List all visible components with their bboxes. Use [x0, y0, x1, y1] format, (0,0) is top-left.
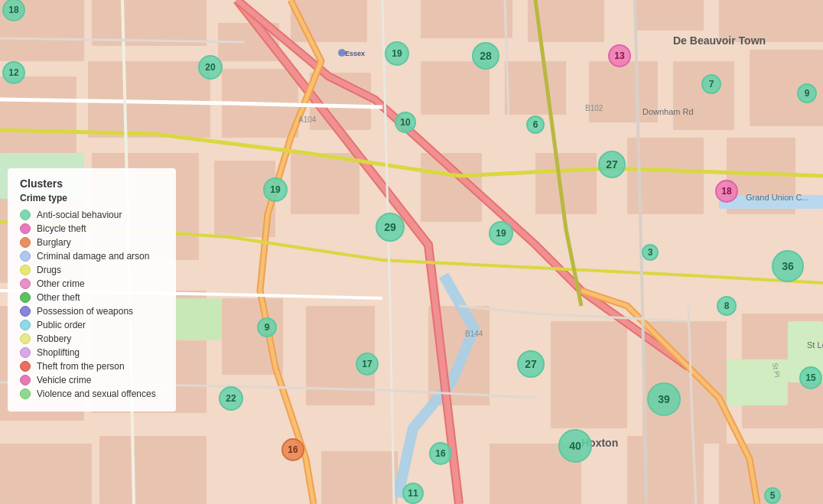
legend-item-label: Vehicle crime — [37, 375, 91, 385]
cluster-marker-22[interactable]: 39 — [647, 382, 681, 416]
svg-rect-14 — [505, 61, 566, 115]
legend-dot — [20, 223, 31, 234]
legend-item: Criminal damage and arson — [20, 251, 164, 262]
legend-items: Anti-social behaviourBicycle theftBurgla… — [20, 210, 164, 399]
svg-rect-23 — [535, 153, 597, 214]
legend-dot — [20, 333, 31, 344]
svg-rect-34 — [0, 444, 92, 504]
legend-item-label: Other theft — [37, 292, 80, 303]
cluster-marker-24[interactable]: 16 — [281, 438, 304, 461]
svg-rect-13 — [421, 61, 490, 115]
cluster-marker-11[interactable]: 18 — [715, 180, 738, 203]
legend-subtitle: Crime type — [20, 193, 164, 203]
svg-rect-7 — [635, 0, 704, 31]
legend-dot — [20, 375, 31, 385]
legend-item: Drugs — [20, 265, 164, 275]
svg-rect-16 — [673, 61, 734, 130]
legend-dot — [20, 320, 31, 330]
cluster-marker-17[interactable]: 8 — [717, 296, 737, 316]
legend-item-label: Possession of weapons — [37, 306, 133, 317]
legend-item: Public order — [20, 320, 164, 330]
legend-dot — [20, 389, 31, 399]
svg-text:Essex: Essex — [345, 50, 365, 57]
legend-dot — [20, 265, 31, 275]
cluster-marker-27[interactable]: 11 — [402, 483, 424, 504]
cluster-marker-23[interactable]: 22 — [219, 386, 243, 411]
svg-rect-36 — [321, 451, 398, 504]
cluster-marker-3[interactable]: 28 — [472, 42, 499, 70]
cluster-marker-15[interactable]: 3 — [642, 244, 659, 261]
svg-text:B144: B144 — [465, 330, 483, 338]
svg-rect-5 — [421, 0, 512, 38]
legend-item-label: Burglary — [37, 237, 71, 248]
svg-rect-35 — [99, 436, 207, 504]
cluster-marker-4[interactable]: 13 — [608, 44, 631, 67]
svg-text:A104: A104 — [298, 115, 317, 124]
legend-item-label: Criminal damage and arson — [37, 251, 149, 262]
legend-item-label: Violence and sexual offences — [37, 389, 156, 399]
svg-text:Grand Union C...: Grand Union C... — [746, 193, 809, 202]
legend-item: Burglary — [20, 237, 164, 248]
legend-item: Possession of weapons — [20, 306, 164, 317]
legend-item: Violence and sexual offences — [20, 389, 164, 399]
legend-dot — [20, 347, 31, 358]
legend-item-label: Other crime — [37, 278, 85, 289]
cluster-marker-12[interactable]: 19 — [263, 177, 288, 202]
cluster-marker-10[interactable]: 27 — [598, 151, 626, 178]
legend-dot — [20, 210, 31, 220]
legend-item-label: Drugs — [37, 265, 61, 275]
legend-item: Bicycle theft — [20, 223, 164, 234]
cluster-marker-6[interactable]: 9 — [797, 83, 817, 103]
cluster-marker-26[interactable]: 40 — [558, 429, 592, 463]
cluster-marker-20[interactable]: 17 — [356, 353, 379, 376]
svg-rect-38 — [627, 436, 704, 504]
cluster-marker-18[interactable]: 15 — [799, 366, 822, 389]
legend-item-label: Anti-social behaviour — [37, 210, 122, 220]
legend-dot — [20, 278, 31, 289]
legend-item-label: Shoplifting — [37, 347, 80, 358]
svg-rect-31 — [551, 321, 627, 428]
cluster-marker-25[interactable]: 16 — [429, 442, 452, 465]
cluster-marker-28[interactable]: 5 — [764, 487, 781, 504]
legend-dot — [20, 361, 31, 372]
legend-item-label: Public order — [37, 320, 86, 330]
svg-text:St Le: St Le — [807, 340, 823, 350]
legend-item-label: Theft from the person — [37, 361, 125, 372]
cluster-marker-14[interactable]: 19 — [489, 221, 513, 245]
legend-item-label: Robbery — [37, 333, 71, 344]
cluster-marker-2[interactable]: 19 — [385, 41, 409, 66]
svg-text:B102: B102 — [585, 104, 603, 112]
legend-item: Other crime — [20, 278, 164, 289]
legend-item: Shoplifting — [20, 347, 164, 358]
svg-text:Downham Rd: Downham Rd — [642, 107, 694, 116]
cluster-marker-9[interactable]: 6 — [526, 115, 545, 134]
cluster-marker-5[interactable]: 7 — [701, 74, 721, 94]
cluster-marker-19[interactable]: 9 — [257, 317, 277, 337]
legend-item: Other theft — [20, 292, 164, 303]
legend-item-label: Bicycle theft — [37, 223, 86, 234]
legend-panel: Clusters Crime type Anti-social behaviou… — [8, 168, 176, 411]
cluster-marker-21[interactable]: 27 — [517, 350, 545, 378]
legend-item: Robbery — [20, 333, 164, 344]
svg-text:De Beauvoir Town: De Beauvoir Town — [673, 34, 766, 47]
cluster-marker-1[interactable]: 20 — [198, 55, 223, 80]
legend-dot — [20, 306, 31, 317]
svg-point-54 — [338, 49, 346, 57]
cluster-marker-16[interactable]: 36 — [772, 250, 804, 282]
cluster-marker-7[interactable]: 12 — [2, 61, 25, 84]
legend-dot — [20, 237, 31, 248]
legend-item: Theft from the person — [20, 361, 164, 372]
svg-rect-40 — [176, 298, 222, 340]
legend-item: Vehicle crime — [20, 375, 164, 385]
legend-title: Clusters — [20, 177, 164, 190]
map-container: A104 B102 B144 St Pl De Beauvoir Town Do… — [0, 0, 823, 504]
legend-dot — [20, 251, 31, 262]
legend-item: Anti-social behaviour — [20, 210, 164, 220]
legend-dot — [20, 292, 31, 303]
svg-rect-21 — [291, 153, 359, 214]
cluster-marker-8[interactable]: 10 — [395, 112, 416, 133]
cluster-marker-13[interactable]: 29 — [376, 213, 405, 242]
